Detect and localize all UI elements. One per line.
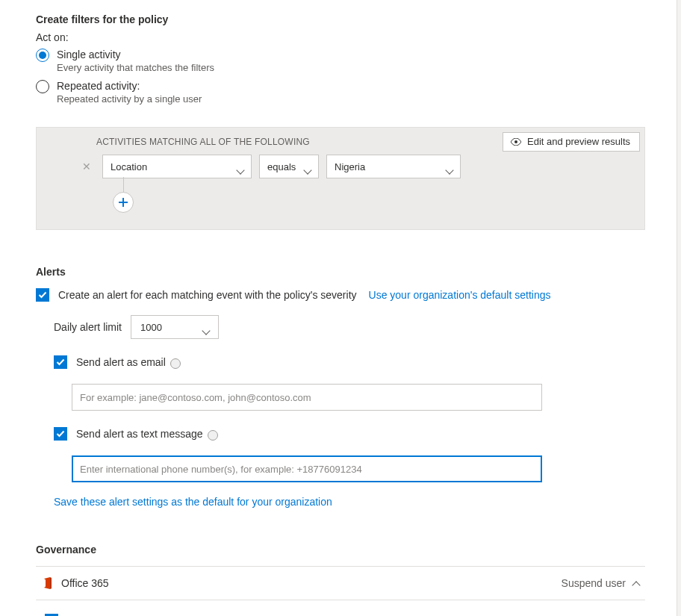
act-on-label: Act on: [36, 31, 645, 43]
governance-summary: Suspend user [562, 577, 626, 589]
governance-office365-row[interactable]: Office 365 Suspend user [36, 566, 645, 600]
radio-single-activity[interactable] [36, 49, 49, 62]
daily-limit-select[interactable]: 1000 [131, 315, 219, 339]
create-alert-label: Create an alert for each matching event … [58, 289, 357, 301]
svg-marker-4 [50, 577, 52, 589]
radio-repeated-label: Repeated activity: [57, 79, 202, 93]
radio-repeated-desc: Repeated activity by a single user [57, 93, 202, 105]
send-sms-label: Send alert as text message [76, 428, 203, 440]
daily-limit-value: 1000 [140, 322, 162, 333]
daily-limit-label: Daily alert limit [54, 321, 122, 333]
svg-marker-3 [44, 577, 50, 589]
edit-preview-label: Edit and preview results [527, 136, 630, 147]
radio-single-label: Single activity [57, 48, 214, 61]
add-filter-button[interactable] [113, 192, 134, 213]
chevron-down-icon [237, 164, 243, 175]
scrollbar-track[interactable] [677, 0, 681, 616]
edit-preview-button[interactable]: Edit and preview results [503, 132, 640, 152]
governance-title: Governance [36, 544, 645, 556]
office365-icon [42, 577, 54, 589]
chevron-down-icon [203, 325, 209, 336]
save-alert-settings-link[interactable]: Save these alert settings as the default… [54, 496, 645, 508]
filter-op-select[interactable]: equals [259, 155, 319, 178]
send-sms-checkbox[interactable] [54, 427, 67, 441]
info-icon[interactable] [208, 430, 218, 441]
filter-panel: Edit and preview results ACTIVITIES MATC… [36, 127, 645, 230]
use-default-settings-link[interactable]: Use your organization's default settings [369, 289, 551, 301]
governance-office365-label: Office 365 [61, 577, 109, 589]
filter-value-select[interactable]: Nigeria [326, 155, 461, 178]
svg-point-0 [514, 140, 517, 143]
remove-filter-button[interactable]: ✕ [81, 161, 92, 172]
sms-input[interactable] [72, 455, 542, 482]
info-icon[interactable] [170, 358, 181, 369]
filter-field-value: Location [111, 161, 147, 172]
chevron-down-icon [305, 164, 311, 175]
plus-icon [119, 198, 128, 207]
create-alert-checkbox[interactable] [36, 288, 49, 302]
radio-single-desc: Every activity that matches the filters [57, 62, 214, 73]
email-input[interactable] [72, 384, 542, 411]
chevron-up-icon [633, 577, 639, 589]
eye-icon [511, 138, 521, 146]
filter-op-value: equals [267, 161, 296, 172]
filter-value-text: Nigeria [335, 161, 365, 172]
filter-field-select[interactable]: Location [102, 155, 252, 178]
svg-rect-2 [119, 202, 128, 203]
radio-repeated-activity[interactable] [36, 80, 49, 93]
filters-title: Create filters for the policy [36, 13, 645, 25]
send-email-checkbox[interactable] [54, 355, 67, 369]
alerts-title: Alerts [36, 266, 645, 278]
send-email-label: Send alert as email [76, 356, 166, 368]
chevron-down-icon [447, 164, 453, 175]
